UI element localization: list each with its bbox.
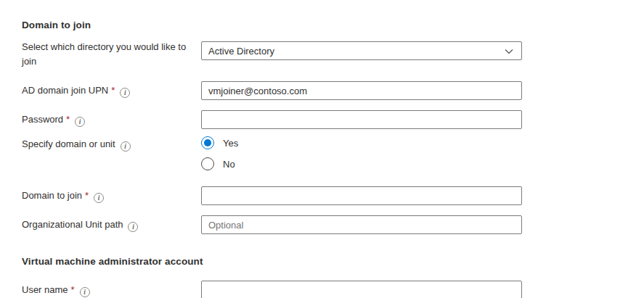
domain-to-join-label: Domain to join*i xyxy=(22,189,200,203)
ou-path-label: Organizational Unit pathi xyxy=(22,218,200,232)
info-icon[interactable]: i xyxy=(120,88,130,98)
radio-option-no[interactable]: No xyxy=(201,157,238,170)
radio-dot xyxy=(204,139,211,146)
specify-domain-radio-group: Yes No xyxy=(201,136,238,170)
section-title-vm-admin-account: Virtual machine administrator account xyxy=(22,256,203,267)
password-label-text: Password xyxy=(22,114,63,125)
radio-option-no-label: No xyxy=(223,159,235,170)
info-icon[interactable]: i xyxy=(121,141,131,152)
info-icon[interactable]: i xyxy=(128,222,138,232)
password-label: Password*i xyxy=(22,112,200,127)
specify-domain-label-text: Specify domain or unit xyxy=(22,138,115,149)
password-input[interactable] xyxy=(201,110,522,129)
specify-domain-label: Specify domain or uniti xyxy=(22,137,200,152)
radio-option-yes-label: Yes xyxy=(223,138,238,149)
radio-button-icon xyxy=(201,136,214,149)
chevron-down-icon xyxy=(504,46,514,57)
required-asterisk: * xyxy=(85,190,89,201)
required-asterisk: * xyxy=(66,114,70,125)
directory-select-label-text: Select which directory you would like to… xyxy=(22,41,186,67)
section-title-domain-to-join: Domain to join xyxy=(22,20,91,30)
info-icon[interactable]: i xyxy=(94,193,104,203)
domain-join-form: Domain to join Select which directory yo… xyxy=(0,0,644,298)
ou-path-input[interactable] xyxy=(201,215,522,234)
ou-path-label-text: Organizational Unit path xyxy=(22,219,123,230)
username-label-text: User name xyxy=(22,284,68,295)
upn-input[interactable] xyxy=(201,81,522,100)
radio-button-icon xyxy=(201,157,214,170)
directory-select-label: Select which directory you would like to… xyxy=(22,40,200,69)
upn-label: AD domain join UPN*i xyxy=(22,83,200,98)
info-icon[interactable]: i xyxy=(75,117,85,127)
directory-select-dropdown[interactable]: Active Directory xyxy=(201,41,522,60)
radio-option-yes[interactable]: Yes xyxy=(201,136,238,149)
domain-to-join-input[interactable] xyxy=(201,186,522,205)
username-input[interactable] xyxy=(201,281,522,298)
username-label: User name*i xyxy=(22,283,200,297)
required-asterisk: * xyxy=(71,284,75,295)
directory-select-value: Active Directory xyxy=(208,46,274,57)
required-asterisk: * xyxy=(111,85,115,96)
info-icon[interactable]: i xyxy=(80,287,90,297)
upn-label-text: AD domain join UPN xyxy=(22,85,108,96)
domain-to-join-label-text: Domain to join xyxy=(22,190,82,201)
